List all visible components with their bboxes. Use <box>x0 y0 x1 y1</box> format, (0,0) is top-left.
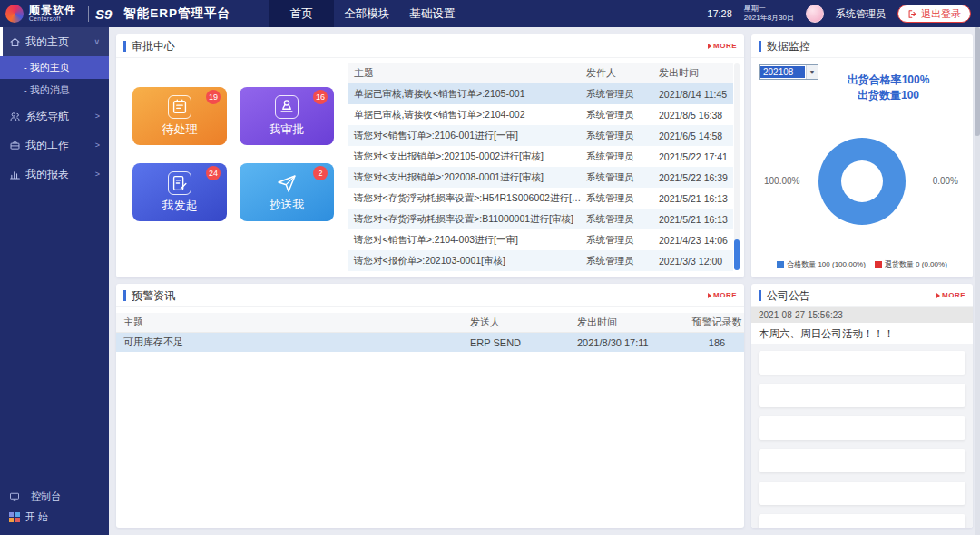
legend-swatch-blue <box>777 261 784 268</box>
col-header-time: 发出时间 <box>577 316 690 329</box>
briefcase-icon <box>9 140 25 151</box>
legend-label: 退货数量 0 (0.00%) <box>885 259 947 269</box>
table-row[interactable]: 可用库存不足 ERP SEND 2021/8/30 17:11 186 <box>116 333 744 352</box>
ship-qty-text: 出货数量100 <box>811 88 965 103</box>
page-scrollbar-thumb[interactable] <box>975 27 980 136</box>
initiated-badge: 24 <box>206 166 220 180</box>
nav-tab-home[interactable]: 首页 <box>269 0 334 27</box>
donut-label-right: 0.00% <box>933 176 958 186</box>
warning-more-link[interactable]: MORE <box>708 291 737 299</box>
sidebar-subitem-my-messages[interactable]: - 我的消息 <box>0 79 109 102</box>
cell-time: 2021/5/21 16:13 <box>659 214 733 225</box>
chevron-down-icon: ∨ <box>93 37 100 46</box>
sidebar-item-my-home[interactable]: 我的主页 ∨ <box>0 27 109 56</box>
sidebar: 我的主页 ∨ - 我的主页 - 我的消息 系统导航 > 我的工作 > 我的报表 … <box>0 27 109 535</box>
notice-more-link[interactable]: MORE <box>936 291 965 299</box>
approval-center-panel: 审批中心 MORE 19 待处理 16 我审批 <box>116 34 744 277</box>
table-row[interactable]: 请您对<存货浮动耗损率设置>:H54R1S006002进行[审核] 系统管理员 … <box>348 188 733 209</box>
paper-plane-icon <box>276 172 298 194</box>
logo-icon <box>5 5 24 23</box>
chart-legend: 合格数量 100 (100.00%) 退货数量 0 (0.00%) <box>751 259 973 269</box>
pending-card[interactable]: 19 待处理 <box>132 87 227 145</box>
col-header-subject: 主题 <box>348 66 586 80</box>
cell-subject: 请您对<存货浮动耗损率设置>:B11000001进行[审核] <box>348 213 586 226</box>
cell-subject: 单据已审核,请接收<销售订单>:2105-001 <box>348 88 586 101</box>
legend-item-return: 退货数量 0 (0.00%) <box>875 259 947 269</box>
table-row[interactable]: 请您对<销售订单>:2106-001进行[一审] 系统管理员 2021/6/5 … <box>348 125 733 146</box>
sidebar-item-system-nav[interactable]: 系统导航 > <box>0 102 109 131</box>
bar-chart-icon <box>9 169 25 180</box>
col-header-sender: 发件人 <box>586 66 659 80</box>
pass-rate-text: 出货合格率100% <box>811 73 965 88</box>
approval-table-header: 主题 发件人 发出时间 <box>348 63 733 83</box>
panel-title: 数据监控 <box>759 41 810 52</box>
cell-time: 2021/4/23 14:06 <box>659 235 733 246</box>
user-name[interactable]: 系统管理员 <box>836 7 886 21</box>
panel-title: 审批中心 <box>123 41 175 52</box>
cell-subject: 请您对<支出报销单>:202105-0002进行[审核] <box>348 151 586 163</box>
console-button[interactable]: 控制台 <box>0 486 109 507</box>
cell-subject: 可用库存不足 <box>116 336 470 349</box>
logo-text: 顺景软件 Centersoft <box>29 5 76 22</box>
logo-s9: S9 <box>88 6 118 22</box>
cc-to-me-card[interactable]: 2 抄送我 <box>240 163 334 221</box>
table-row[interactable]: 请您对<支出报销单>:202105-0002进行[审核] 系统管理员 2021/… <box>348 146 733 167</box>
notice-empty-item <box>759 514 965 528</box>
cell-subject: 请您对<销售订单>:2104-003进行[一审] <box>348 234 586 247</box>
period-select[interactable]: 202108 ▼ <box>759 64 818 80</box>
table-scrollbar[interactable] <box>734 63 740 270</box>
logout-label: 退出登录 <box>921 7 961 21</box>
table-row[interactable]: 请您对<报价单>:202103-0001[审核] 系统管理员 2021/3/3 … <box>348 250 733 271</box>
chevron-right-icon: > <box>95 141 100 150</box>
notice-empty-item <box>759 351 965 374</box>
header-right: 17:28 星期一 2021年8月30日 系统管理员 退出登录 <box>707 5 980 23</box>
console-label: 控制台 <box>31 490 61 503</box>
cell-time: 2021/5/21 16:13 <box>659 193 733 204</box>
logo-name: 顺景软件 <box>29 5 76 16</box>
table-row[interactable]: 单据已审核,请接收<销售订单>:2105-001 系统管理员 2021/8/14… <box>348 83 733 104</box>
table-row[interactable]: 请您对<支出报销单>:202008-0001进行[审核] 系统管理员 2021/… <box>348 167 733 188</box>
users-icon <box>9 111 25 122</box>
start-button[interactable]: 开 始 <box>0 507 109 528</box>
start-grid-icon <box>9 512 20 523</box>
col-header-subject: 主题 <box>116 316 470 329</box>
my-approvals-badge: 16 <box>313 90 328 104</box>
table-row[interactable]: 请您对<销售订单>:2104-003进行[一审] 系统管理员 2021/4/23… <box>348 229 733 250</box>
my-approvals-card[interactable]: 16 我审批 <box>240 87 334 145</box>
nav-tab-all-modules[interactable]: 全部模块 <box>334 0 399 27</box>
logout-button[interactable]: 退出登录 <box>897 5 971 23</box>
company-notice-panel: 公司公告 MORE 2021-08-27 15:56:23 本周六、周日公司活动… <box>751 284 973 528</box>
date-label: 2021年8月30日 <box>744 14 794 23</box>
cell-time: 2021/8/30 17:11 <box>577 337 690 348</box>
donut-chart <box>818 138 906 225</box>
pending-tasks-icon <box>168 95 191 119</box>
notice-date: 2021-08-27 15:56:23 <box>751 307 973 323</box>
scrollbar-thumb[interactable] <box>734 239 740 270</box>
table-row[interactable]: 单据已审核,请接收<销售订单>:2104-002 系统管理员 2021/8/5 … <box>348 104 733 125</box>
cell-time: 2021/5/22 17:41 <box>659 151 733 162</box>
legend-label: 合格数量 100 (100.00%) <box>787 259 866 269</box>
sidebar-item-my-work[interactable]: 我的工作 > <box>0 131 109 160</box>
nav-tab-base-settings[interactable]: 基础设置 <box>399 0 465 27</box>
col-header-sender: 发送人 <box>470 316 577 329</box>
main-content: 审批中心 MORE 19 待处理 16 我审批 <box>109 27 980 535</box>
cell-subject: 单据已审核,请接收<销售订单>:2104-002 <box>348 109 586 122</box>
page-scrollbar[interactable] <box>975 27 980 535</box>
sidebar-subitem-my-home[interactable]: - 我的主页 <box>0 56 109 79</box>
sidebar-item-label: 系统导航 <box>25 109 69 124</box>
notice-panel-header: 公司公告 MORE <box>751 284 973 307</box>
logo-subtitle: Centersoft <box>29 16 76 23</box>
table-row[interactable]: 请您对<存货浮动耗损率设置>:B11000001进行[审核] 系统管理员 202… <box>348 209 733 229</box>
cell-sender: 系统管理员 <box>586 88 659 101</box>
approval-more-link[interactable]: MORE <box>708 42 737 50</box>
sidebar-item-my-reports[interactable]: 我的报表 > <box>0 160 109 189</box>
cell-sender: 系统管理员 <box>586 151 659 163</box>
avatar[interactable] <box>806 5 824 23</box>
warning-table-header: 主题 发送人 发出时间 预警记录数 <box>116 313 744 333</box>
period-select-value: 202108 <box>760 66 805 78</box>
sidebar-footer: 控制台 开 始 <box>0 486 109 528</box>
cell-time: 2021/5/22 16:39 <box>659 172 733 183</box>
initiated-by-me-card[interactable]: 24 我发起 <box>132 163 227 221</box>
erp-app-window: 顺景软件 Centersoft S9 智能ERP管理平台 首页 全部模块 基础设… <box>0 0 980 535</box>
approval-panel-header: 审批中心 MORE <box>116 34 744 58</box>
